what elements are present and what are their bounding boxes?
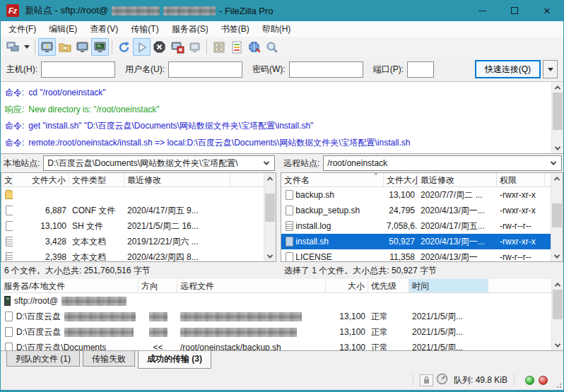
synchronized-browsing-button[interactable] [245,38,263,56]
column-modified[interactable]: 最近修改 [124,173,230,186]
menu-file[interactable]: 文件(F) [2,22,42,37]
username-input[interactable] [168,61,242,78]
menu-server[interactable]: 服务器(S) [165,22,215,37]
cancel-button[interactable] [151,38,168,56]
local-row[interactable]: 6,887 CONF 文件 2020/4/17/周五 9... [1,203,264,218]
column-direction[interactable]: 方向 [139,279,177,292]
queue-row-server[interactable]: sftp://root@ [1,293,551,309]
directory-listing-filters-button[interactable] [228,38,245,56]
local-row-parent[interactable] [1,187,264,203]
tab-successful-transfers[interactable]: 成功的传输 (3) [138,351,211,369]
close-button[interactable]: × [531,0,563,21]
lock-icon[interactable] [420,374,433,386]
column-filename[interactable]: 文件名^ [281,173,384,186]
column-filesize[interactable]: 文件大小 [384,173,418,186]
queue-row[interactable]: D:\百度云盘\Documents << /root/oneinstack/ba… [1,340,551,351]
remote-row-selected[interactable]: install.sh 50,927 2020/4/13/周一... -rwxr-… [281,234,551,249]
column-size[interactable]: 大小 [326,279,368,292]
synchronized-browsing-icon [247,40,262,54]
remote-row[interactable]: install.log 7,058,6... 2020/4/17/周五... -… [281,218,551,234]
toggle-queue-button[interactable] [91,38,109,56]
local-file-list: 文件名 文件大小 文件类型 最近修改 6,887 CONF 文件 [1,172,276,262]
transfer-queue: 服务器/本地文件 方向 远程文件 大小 优先级 时间 sftp://root@ … [1,279,563,351]
local-list-header: 文件名 文件大小 文件类型 最近修改 [1,173,276,187]
remote-row[interactable]: LICENSE 11,358 2020/4/13/周一 -rw-r--r-- [281,249,551,262]
scroll-up-icon [551,173,563,184]
scroll-down-icon [551,251,563,261]
password-input[interactable] [289,61,363,78]
quickconnect-dropdown[interactable] [543,60,558,78]
log-scrollbar[interactable] [551,82,563,153]
title-bar: Fz 新站点 - sftp://root@ - FileZilla Pro × [1,0,563,21]
local-path-combo[interactable]: D:\百度云盘\Documents\网站数据文件夹\宝塔配置\ [43,155,275,171]
file-icon [6,221,13,231]
file-icon [5,327,13,337]
local-row[interactable]: 3,428 文本文档 2019/12/21/周六 ... [1,234,264,249]
local-row[interactable]: 13,100 SH 文件 2021/1/5/周二 16... [1,218,264,234]
remote-list-scrollbar[interactable] [551,173,563,261]
column-remote-file[interactable]: 远程文件 [177,279,326,292]
process-queue-button[interactable] [133,38,151,56]
column-filetype[interactable]: 文件类型 [69,173,124,186]
host-label: 主机(H): [6,64,37,76]
toggle-message-log-button[interactable] [38,38,56,56]
column-server-local-file[interactable]: 服务器/本地文件 [1,279,139,292]
refresh-button[interactable] [115,38,133,56]
tab-failed-transfers[interactable]: 传输失败 [83,351,135,367]
remote-row[interactable]: backup_setup.sh 24,795 2020/4/13/周一... -… [281,203,551,218]
local-path: D:\百度云盘\Documents\网站数据文件夹\宝塔配置\ [47,158,237,170]
queue-size-text: 队列: 49.8 KiB [454,374,507,386]
local-list-scrollbar[interactable] [264,173,276,261]
file-icon [286,237,293,247]
queue-scrollbar[interactable] [551,279,563,350]
column-filesize[interactable]: 文件大小 [13,173,69,186]
maximize-button[interactable] [498,0,531,21]
scroll-up-icon [552,82,563,93]
menu-bookmarks[interactable]: 书签(B) [215,22,256,37]
port-input[interactable] [407,61,434,78]
menu-view[interactable]: 查看(V) [83,22,124,37]
menu-help[interactable]: 帮助(H) [256,22,298,37]
statusbar-separator [514,374,515,386]
remote-row[interactable]: backup.sh 13,100 2020/7/7/周二 ... -rwxr-x… [281,187,551,203]
queue-row[interactable]: D:\百度云盘 13,100 正常 2021/1/5/周... [1,309,551,324]
status-bar: 队列: 49.8 KiB [1,370,563,392]
disconnect-button[interactable] [168,38,186,56]
scroll-down-icon [552,340,563,350]
queue-row[interactable]: D:\百度云盘 13,100 正常 2021/1/5/周... [1,324,551,340]
menu-edit[interactable]: 编辑(E) [42,22,83,37]
search-button[interactable] [263,38,281,56]
column-permissions[interactable]: 权限 [497,173,545,186]
file-icon [286,190,293,200]
toggle-remote-tree-button[interactable] [74,38,91,56]
remote-tree-icon [76,40,90,54]
statusbar-separator [413,374,413,386]
site-manager-button[interactable] [4,38,21,56]
local-site-label: 本地站点: [4,158,40,170]
filter-icon [230,40,244,54]
remote-site-label: 远程站点: [283,158,319,170]
column-modified[interactable]: 最近修改 [418,173,497,186]
menu-transfer[interactable]: 传输(T) [124,22,165,37]
chevron-down-icon [24,45,30,49]
directory-comparison-button[interactable] [210,38,228,56]
resize-grip[interactable] [555,381,562,388]
host-input[interactable] [41,61,115,78]
reconnect-button[interactable] [186,38,204,56]
local-tree-icon [58,40,72,54]
toolbar [1,37,563,57]
speed-limit-icon[interactable] [436,373,448,387]
site-manager-dropdown[interactable] [21,38,32,56]
transfer-queue-icon [93,40,107,54]
toggle-local-tree-button[interactable] [56,38,74,56]
remote-path-combo[interactable]: /root/oneinstack [323,155,562,171]
column-time[interactable]: 时间 [409,279,488,292]
column-priority[interactable]: 优先级 [368,279,409,292]
quickconnect-button[interactable]: 快速连接(Q) [475,60,541,78]
redacted-host [61,297,127,306]
tab-queued-files[interactable]: 列队的文件 (1) [6,351,80,367]
local-row[interactable]: 2,398 文本文档 2020/4/23/周四 8... [1,249,264,262]
site-manager-icon [6,40,20,54]
column-filename[interactable]: 文件名 [1,173,13,186]
minimize-button[interactable] [466,0,498,21]
